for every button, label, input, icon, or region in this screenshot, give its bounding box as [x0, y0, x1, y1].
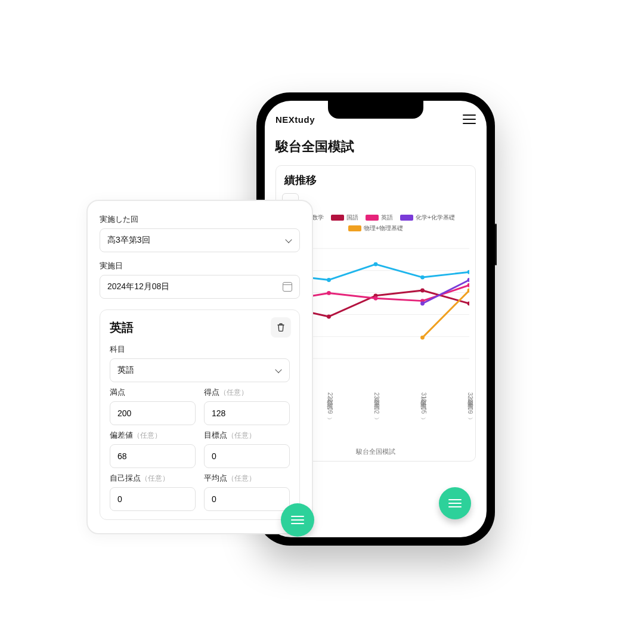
svg-point-8 [374, 262, 378, 267]
full-score-input[interactable] [110, 401, 196, 425]
selfscore-label: 自己採点（任意） [110, 473, 196, 484]
delete-subject-button[interactable] [271, 317, 291, 338]
round-value: 高3卒第3回 [107, 235, 150, 246]
chart-xtick: 高3年第1回（24/05） [419, 392, 428, 414]
target-label: 目標点（任意） [204, 430, 290, 441]
legend-label: 物理+物理基礎 [364, 224, 403, 233]
trash-icon [277, 323, 285, 332]
legend-swatch [366, 215, 379, 221]
phone-notch [328, 101, 423, 119]
selfscore-input[interactable] [110, 487, 196, 511]
date-input[interactable]: 2024年12月08日 [100, 275, 300, 299]
legend-label: 国語 [346, 213, 358, 222]
chevron-down-icon [275, 367, 282, 374]
svg-point-23 [420, 336, 425, 340]
full-score-label: 満点 [110, 387, 196, 398]
chevron-down-icon [285, 237, 292, 244]
subject-select[interactable]: 英語 [110, 358, 290, 382]
deviation-input[interactable] [110, 444, 196, 468]
svg-point-17 [327, 291, 331, 295]
legend-swatch [400, 215, 413, 221]
fab-menu-button[interactable] [439, 487, 471, 519]
score-input[interactable] [204, 401, 290, 425]
subject-label: 科目 [110, 344, 290, 355]
form-card: 実施した回 高3卒第3回 実施日 2024年12月08日 英語 科目 英語 満点… [86, 200, 313, 534]
svg-point-12 [327, 315, 331, 319]
date-value: 2024年12月08日 [107, 281, 169, 292]
score-label: 得点（任意） [204, 387, 290, 398]
legend-item[interactable]: 物理+物理基礎 [348, 224, 403, 233]
menu-icon [448, 499, 462, 507]
menu-icon [291, 516, 304, 524]
legend-item[interactable]: 化学+化学基礎 [400, 213, 455, 222]
page-title: 駿台全国模試 [275, 138, 476, 156]
app-logo: NEXtudy [275, 114, 315, 125]
svg-point-15 [467, 302, 469, 306]
subject-panel: 英語 科目 英語 満点 得点（任意） 偏差値（任意） [100, 309, 300, 520]
deviation-label: 偏差値（任意） [110, 430, 196, 441]
chart-xtick: 高2第3回（24/02） [372, 392, 380, 414]
fab-menu-button[interactable] [281, 503, 314, 537]
round-label: 実施した回 [100, 214, 300, 225]
round-select[interactable]: 高3卒第3回 [100, 228, 300, 252]
chart-xtick: 高2第2回（23/09） [326, 392, 334, 414]
calendar-icon [283, 282, 292, 292]
legend-label: 英語 [381, 213, 393, 222]
legend-item[interactable]: 英語 [366, 213, 393, 222]
svg-point-21 [420, 302, 425, 306]
svg-point-14 [420, 289, 425, 293]
legend-swatch [348, 225, 361, 231]
average-label: 平均点（任意） [204, 473, 290, 484]
chart-xtick: 高3年第2回（24/09） [466, 392, 474, 414]
svg-point-7 [327, 278, 331, 282]
chart-title: 績推移 [282, 173, 469, 187]
legend-label: 数学 [312, 213, 324, 222]
menu-icon[interactable] [463, 114, 476, 124]
svg-point-18 [374, 296, 378, 301]
date-label: 実施日 [100, 261, 300, 271]
legend-label: 化学+化学基礎 [416, 213, 455, 222]
legend-item[interactable]: 国語 [331, 213, 358, 222]
target-input[interactable] [204, 444, 290, 468]
average-input[interactable] [204, 487, 290, 511]
subject-value: 英語 [117, 365, 134, 376]
legend-swatch [331, 215, 344, 221]
subject-panel-title: 英語 [110, 320, 290, 336]
phone-side-button [495, 224, 497, 265]
svg-point-9 [420, 275, 425, 280]
